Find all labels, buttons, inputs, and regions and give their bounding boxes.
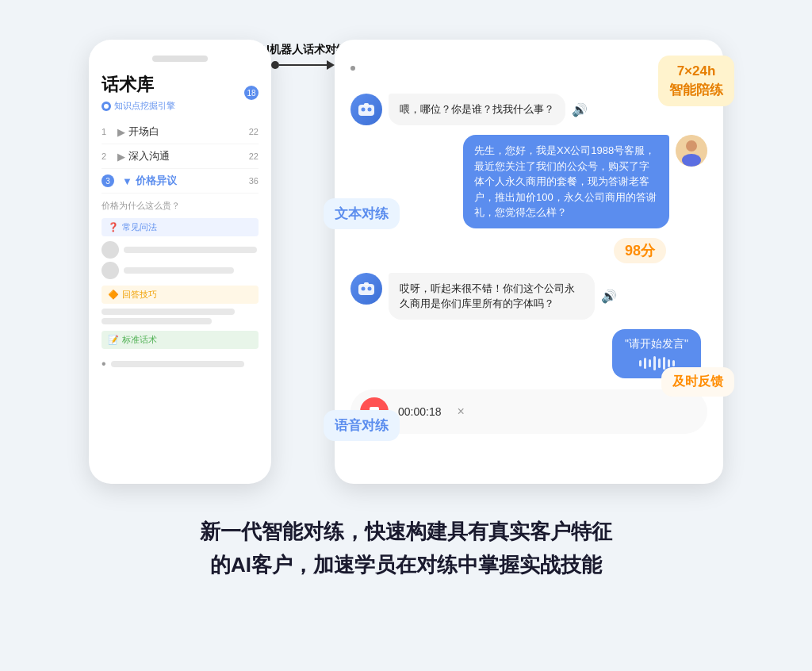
chat-row-1: 喂，哪位？你是谁？找我什么事？ 🔊 — [350, 94, 707, 125]
feedback-label: 及时反馈 — [661, 367, 734, 397]
score-badge: 98分 — [614, 238, 666, 263]
connector-label: AI机器人话术对练 — [259, 43, 347, 57]
chat-bubble-3: 哎呀，听起来很不错！你们这个公司永久商用是你们库里所有的字体吗？ — [389, 273, 595, 320]
bar3 — [649, 359, 651, 367]
svg-point-0 — [104, 104, 109, 109]
svg-point-2 — [362, 108, 366, 112]
bullet-icon: • — [102, 357, 106, 371]
svg-point-6 — [686, 140, 697, 151]
standard-line — [111, 361, 244, 367]
float-247-line1: 7×24h — [669, 62, 723, 81]
bottom-text: 新一代智能对练，快速构建具有真实客户特征 的AI客户，加速学员在对练中掌握实战技… — [200, 516, 612, 581]
menu-item-2[interactable]: 2 ▶ 深入沟通 22 — [102, 144, 259, 169]
chat-row-3: 哎呀，听起来很不错！你们这个公司永久商用是你们库里所有的字体吗？ 🔊 — [350, 273, 707, 320]
menu-count-3: 36 — [249, 176, 259, 186]
section-tips-header: 🔶 回答技巧 — [102, 286, 259, 304]
faq-row-1 — [102, 241, 259, 259]
bar2 — [644, 358, 646, 369]
menu-arrow-1: ▶ — [117, 126, 125, 138]
robot-avatar-1 — [350, 94, 382, 125]
menu-num-3: 3 — [102, 174, 114, 187]
menu-arrow-3: ▼ — [122, 175, 132, 187]
tips-label: 回答技巧 — [122, 289, 157, 301]
bottom-text-line1: 新一代智能对练，快速构建具有真实客户特征 — [200, 516, 612, 549]
robot-avatar-2 — [350, 273, 382, 305]
float-247-line2: 智能陪练 — [669, 81, 723, 100]
svg-point-7 — [682, 154, 701, 167]
faq-label: 常见问法 — [122, 221, 157, 233]
section-faq-header: ❓ 常见问法 — [102, 218, 259, 236]
standard-icon: 📝 — [108, 335, 119, 345]
svg-rect-1 — [358, 105, 374, 116]
svg-rect-4 — [364, 103, 369, 105]
menu-label-2: 深入沟通 — [128, 149, 249, 163]
sound-icon-3: 🔊 — [601, 289, 617, 304]
connector-wrapper: AI机器人话术对练 — [271, 24, 335, 70]
menu-item-3[interactable]: 3 ▼ 价格异议 36 — [102, 169, 259, 194]
phone-mockup: 话术库 知识点挖掘引擎 18 1 ▶ 开场白 22 2 ▶ 深入沟通 22 — [89, 40, 271, 484]
text-drill-label: 文本对练 — [324, 198, 400, 229]
human-avatar-1 — [676, 135, 707, 167]
page-wrapper: 话术库 知识点挖掘引擎 18 1 ▶ 开场白 22 2 ▶ 深入沟通 22 — [0, 0, 812, 671]
ui-section: 话术库 知识点挖掘引擎 18 1 ▶ 开场白 22 2 ▶ 深入沟通 22 — [48, 24, 764, 484]
faq-row-2 — [102, 262, 259, 279]
menu-count-1: 22 — [249, 127, 259, 136]
phone-subtitle: 知识点挖掘引擎 — [102, 100, 259, 112]
faq-icon: ❓ — [108, 222, 119, 232]
chat-row-2: 先生，您好，我是XX公司1988号客服，最近您关注了我们的公众号，购买了字体个人… — [350, 135, 707, 228]
voice-close[interactable]: × — [458, 405, 465, 419]
connector-line: AI机器人话术对练 — [271, 60, 335, 70]
float-247-badge: 7×24h 智能陪练 — [658, 56, 734, 106]
faq-line-2 — [124, 267, 234, 274]
phone-badge: 18 — [244, 86, 259, 100]
text-drill-text: 文本对练 — [335, 206, 389, 221]
voice-drill-text: 语音对练 — [335, 418, 389, 433]
svg-point-10 — [368, 286, 372, 290]
phone-subtitle-text: 知识点挖掘引擎 — [114, 100, 175, 112]
menu-arrow-2: ▶ — [117, 151, 125, 163]
faq-avatar-2 — [102, 262, 119, 279]
bar6 — [663, 357, 665, 370]
bar5 — [658, 359, 661, 368]
chat-header: 🤖 — [350, 56, 707, 81]
connector-bar — [279, 64, 327, 66]
svg-rect-8 — [358, 284, 374, 295]
tips-line-2 — [102, 318, 212, 324]
faq-line-1 — [124, 247, 257, 253]
chat-bubble-2: 先生，您好，我是XX公司1988号客服，最近您关注了我们的公众号，购买了字体个人… — [463, 135, 669, 228]
chat-messages: 喂，哪位？你是谁？找我什么事？ 🔊 先生，您好，我是XX公司1988号客服，最近… — [350, 94, 707, 378]
svg-point-9 — [362, 286, 366, 290]
sound-icon-1: 🔊 — [572, 102, 588, 117]
chat-bubble-1: 喂，哪位？你是谁？找我什么事？ — [389, 94, 565, 125]
connector-arrowhead — [327, 60, 335, 70]
phone-question: 价格为什么这么贵？ — [102, 200, 259, 212]
bar8 — [672, 360, 675, 366]
menu-item-1[interactable]: 1 ▶ 开场白 22 — [102, 120, 259, 144]
voice-drill-label: 语音对练 — [324, 410, 400, 441]
menu-num-1: 1 — [102, 127, 113, 136]
score-row: 98分 — [350, 238, 707, 263]
voice-bubble-row: "请开始发言" — [350, 329, 707, 378]
faq-avatar-1 — [102, 241, 119, 259]
voice-bubble-text: "请开始发言" — [625, 337, 688, 351]
phone-title: 话术库 — [102, 73, 259, 97]
connector-dot — [271, 61, 279, 69]
menu-label-1: 开场白 — [128, 125, 249, 139]
svg-point-3 — [368, 108, 372, 112]
feedback-text: 及时反馈 — [672, 374, 723, 388]
standard-label: 标准话术 — [122, 334, 157, 346]
tips-line-1 — [102, 309, 235, 315]
bar4 — [653, 356, 656, 370]
svg-rect-11 — [364, 282, 369, 285]
menu-num-2: 2 — [102, 151, 113, 161]
chat-mockup: 7×24h 智能陪练 🤖 — [335, 40, 723, 484]
tips-icon: 🔶 — [108, 289, 119, 300]
standard-row: • — [102, 354, 259, 374]
section-standard-header: 📝 标准话术 — [102, 331, 259, 349]
bar1 — [639, 360, 642, 366]
knowledge-icon — [102, 102, 111, 111]
voice-timer: 00:00:18 — [398, 405, 442, 418]
bottom-text-line2: 的AI客户，加速学员在对练中掌握实战技能 — [200, 549, 612, 582]
menu-label-3: 价格异议 — [136, 174, 249, 188]
menu-count-2: 22 — [249, 151, 259, 161]
